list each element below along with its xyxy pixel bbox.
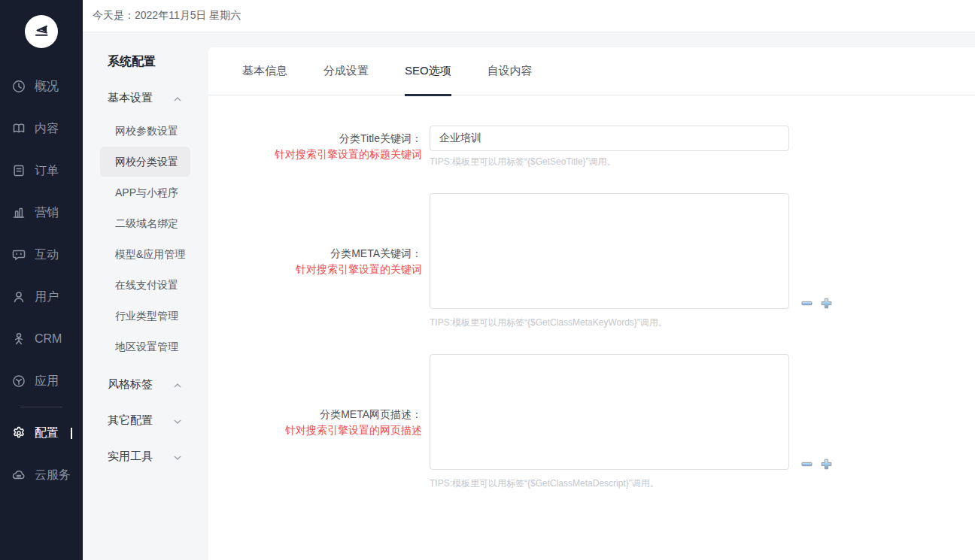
row-main: TIPS:模板里可以用标签“{$GetClassMetaKeyWords}”调用…: [430, 193, 789, 329]
row-actions: [800, 297, 833, 310]
sidebar-item-label: 应用: [35, 374, 59, 389]
order-icon: [11, 163, 26, 178]
sidebar-item-label: 配置: [35, 425, 59, 441]
app-root: 概况 内容 订单 营销 互动 用户: [0, 0, 975, 560]
row-left: 分类META网页描述： 针对搜索引擎设置的网页描述: [208, 354, 430, 490]
field-tips: TIPS:模板里可以用标签“{$GetClassMetaKeyWords}”调用…: [430, 316, 789, 329]
sidebar-item-label: 用户: [35, 289, 59, 305]
bar-chart-icon: [11, 205, 26, 220]
row-left: 分类META关键词： 针对搜索引擎设置的关键词: [208, 193, 430, 329]
primary-sidebar: 概况 内容 订单 营销 互动 用户: [0, 0, 83, 560]
row-actions: [800, 458, 833, 471]
field-hint: 针对搜索引擎设置的网页描述: [208, 422, 422, 438]
send-logo-icon: [25, 15, 58, 48]
chevron-up-icon: [174, 378, 181, 391]
sidebar-item-settings[interactable]: 配置: [0, 412, 83, 454]
today-date-text: 今天是：2022年11月5日 星期六: [93, 9, 241, 23]
submenu-item-subdomain[interactable]: 二级域名绑定: [100, 208, 190, 238]
group-label: 风格标签: [108, 377, 153, 392]
chat-icon: [11, 247, 26, 262]
group-utilities[interactable]: 实用工具: [100, 438, 190, 474]
sidebar-item-label: 概况: [35, 79, 59, 95]
cloud-icon: [11, 468, 26, 483]
form-row-meta-keywords: 分类META关键词： 针对搜索引擎设置的关键词 TIPS:模板里可以用标签“{$…: [208, 193, 975, 329]
sidebar-item-label: 营销: [35, 205, 59, 221]
sidebar-item-marketing[interactable]: 营销: [0, 192, 83, 234]
group-basic-settings[interactable]: 基本设置: [100, 80, 190, 116]
chevron-down-icon: [174, 450, 181, 463]
sidebar-item-users[interactable]: 用户: [0, 276, 83, 318]
active-indicator: [71, 428, 72, 439]
person-icon: [11, 331, 26, 347]
submenu-title: 系统配置: [108, 54, 190, 70]
form-row-meta-description: 分类META网页描述： 针对搜索引擎设置的网页描述 TIPS:模板里可以用标签“…: [208, 354, 975, 490]
topbar: 今天是：2022年11月5日 星期六: [83, 0, 975, 32]
clock-icon: [11, 79, 26, 94]
field-tips: TIPS:模板里可以用标签“{$GetSeoTitle}”调用。: [430, 156, 789, 168]
field-tips: TIPS:模板里可以用标签“{$GetClassMetaDescript}”调用…: [430, 477, 789, 490]
sidebar-item-label: 订单: [35, 163, 59, 179]
submenu-item-region-settings[interactable]: 地区设置管理: [100, 331, 190, 362]
settings-submenu: 系统配置 基本设置 网校参数设置 网校分类设置 APP与小程序 二级域名绑定 模…: [83, 32, 208, 560]
sidebar-item-label: CRM: [35, 332, 62, 346]
field-label: 分类META关键词：: [208, 246, 422, 261]
primary-nav: 概况 内容 订单 营销 互动 用户: [0, 65, 83, 496]
main-panel: 基本信息 分成设置 SEO选项 自设内容 分类Title关键词： 针对搜索引擎设…: [208, 47, 975, 560]
sidebar-item-label: 内容: [35, 121, 59, 137]
group-label: 基本设置: [108, 91, 153, 105]
submenu-item-app-miniprogram[interactable]: APP与小程序: [100, 177, 190, 207]
minus-icon[interactable]: [800, 458, 813, 471]
chevron-up-icon: [174, 92, 181, 104]
sidebar-item-label: 云服务: [35, 468, 71, 483]
group-other-settings[interactable]: 其它配置: [100, 402, 190, 438]
tab-custom-content[interactable]: 自设内容: [487, 47, 533, 95]
form-row-title-keywords: 分类Title关键词： 针对搜索引擎设置的标题关键词 TIPS:模板里可以用标签…: [208, 126, 975, 168]
meta-description-textarea[interactable]: [430, 354, 789, 470]
submenu-item-industry-type[interactable]: 行业类型管理: [100, 301, 190, 331]
group-label: 实用工具: [108, 450, 153, 464]
minus-icon[interactable]: [800, 297, 813, 310]
sidebar-item-cloud[interactable]: 云服务: [0, 454, 83, 496]
logo: [0, 0, 83, 63]
basic-settings-children: 网校参数设置 网校分类设置 APP与小程序 二级域名绑定 模型&应用管理 在线支…: [100, 116, 190, 362]
tab-basic-info[interactable]: 基本信息: [242, 47, 287, 95]
content-row: 系统配置 基本设置 网校参数设置 网校分类设置 APP与小程序 二级域名绑定 模…: [83, 32, 975, 560]
meta-keywords-textarea[interactable]: [430, 193, 789, 309]
seo-form: 分类Title关键词： 针对搜索引擎设置的标题关键词 TIPS:模板里可以用标签…: [208, 95, 975, 490]
row-left: 分类Title关键词： 针对搜索引擎设置的标题关键词: [208, 126, 430, 168]
plus-icon[interactable]: [820, 297, 833, 310]
field-label: 分类Title关键词：: [208, 131, 422, 146]
sidebar-item-label: 互动: [35, 247, 59, 263]
sidebar-item-overview[interactable]: 概况: [0, 65, 83, 107]
book-icon: [11, 121, 26, 136]
right-column: 今天是：2022年11月5日 星期六 系统配置 基本设置 网校参数设置 网校分类…: [83, 0, 975, 560]
submenu-item-school-params[interactable]: 网校参数设置: [100, 116, 190, 146]
sidebar-item-interaction[interactable]: 互动: [0, 234, 83, 276]
app-icon: [11, 374, 26, 389]
submenu-item-school-category[interactable]: 网校分类设置: [100, 147, 190, 177]
sidebar-item-orders[interactable]: 订单: [0, 150, 83, 192]
row-main: TIPS:模板里可以用标签“{$GetSeoTitle}”调用。: [430, 126, 789, 168]
tab-bar: 基本信息 分成设置 SEO选项 自设内容: [208, 47, 975, 95]
tab-revenue-split[interactable]: 分成设置: [323, 47, 369, 95]
gear-icon: [11, 425, 26, 440]
sidebar-item-crm[interactable]: CRM: [0, 318, 83, 360]
sidebar-item-content[interactable]: 内容: [0, 107, 83, 150]
submenu-item-online-payment[interactable]: 在线支付设置: [100, 270, 190, 300]
user-icon: [11, 289, 26, 304]
submenu-item-model-app[interactable]: 模型&应用管理: [100, 239, 190, 269]
field-label: 分类META网页描述：: [208, 407, 422, 422]
group-style-tags[interactable]: 风格标签: [100, 366, 190, 402]
tab-seo-options[interactable]: SEO选项: [405, 47, 451, 95]
group-label: 其它配置: [108, 413, 153, 428]
field-hint: 针对搜索引擎设置的标题关键词: [208, 146, 422, 162]
title-keywords-input[interactable]: [430, 126, 789, 151]
field-hint: 针对搜索引擎设置的关键词: [208, 261, 422, 277]
plus-icon[interactable]: [820, 458, 833, 471]
chevron-down-icon: [174, 414, 181, 427]
row-main: TIPS:模板里可以用标签“{$GetClassMetaDescript}”调用…: [430, 354, 789, 490]
sidebar-item-apps[interactable]: 应用: [0, 360, 83, 402]
sidebar-divider: [20, 407, 62, 407]
